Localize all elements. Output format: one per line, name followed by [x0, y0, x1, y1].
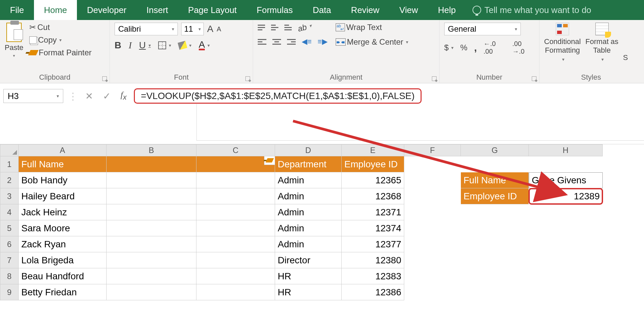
- cell-F8[interactable]: [404, 268, 461, 284]
- paste-button[interactable]: Paste ▾: [5, 23, 23, 58]
- cell-B1[interactable]: [107, 156, 196, 172]
- align-left-button[interactable]: [258, 39, 266, 45]
- cell-C8[interactable]: [196, 268, 275, 284]
- tab-formulas[interactable]: Formulas: [247, 0, 303, 20]
- cell-F1[interactable]: [404, 156, 461, 172]
- name-box[interactable]: H3▾: [3, 89, 63, 103]
- col-header-E[interactable]: E: [342, 144, 404, 156]
- align-center-button[interactable]: [272, 39, 281, 45]
- cell-C2[interactable]: [196, 172, 275, 188]
- cell-E5[interactable]: 12374: [342, 220, 404, 236]
- cell-G5[interactable]: [461, 220, 529, 236]
- cell-E2[interactable]: 12365: [342, 172, 404, 188]
- format-painter-button[interactable]: Format Painter: [29, 48, 92, 57]
- conditional-formatting-button[interactable]: Conditional Formatting: [544, 23, 581, 62]
- align-right-button[interactable]: [287, 39, 296, 45]
- cell-A9[interactable]: Betty Friedan: [19, 284, 107, 300]
- cell-C1[interactable]: [196, 156, 275, 172]
- percent-format-button[interactable]: %: [460, 43, 467, 52]
- bold-button[interactable]: B: [115, 40, 121, 51]
- cell-F9[interactable]: [404, 284, 461, 300]
- cell-G2[interactable]: Full Name: [461, 172, 529, 188]
- cell-D6[interactable]: Admin: [275, 236, 342, 252]
- cell-A5[interactable]: Sara Moore: [19, 220, 107, 236]
- align-bottom-button[interactable]: [284, 25, 292, 30]
- font-size-select[interactable]: 11▾: [181, 23, 204, 35]
- cell-E8[interactable]: 12383: [342, 268, 404, 284]
- tab-developer[interactable]: Developer: [77, 0, 137, 20]
- cell-A2[interactable]: Bob Handy: [19, 172, 107, 188]
- cell-D2[interactable]: Admin: [275, 172, 342, 188]
- cell-E1[interactable]: Employee ID: [342, 156, 404, 172]
- font-color-button[interactable]: A: [199, 40, 210, 50]
- row-header-3[interactable]: 3: [0, 188, 19, 204]
- wrap-text-button[interactable]: Wrap Text: [336, 23, 408, 32]
- merge-center-button[interactable]: Merge & Center: [336, 37, 408, 47]
- decrease-decimal-button[interactable]: .00 →.0: [512, 40, 534, 55]
- font-name-select[interactable]: Calibri▾: [115, 23, 178, 35]
- cell-D5[interactable]: Admin: [275, 220, 342, 236]
- col-header-D[interactable]: D: [275, 144, 342, 156]
- cell-G8[interactable]: [461, 268, 529, 284]
- cell-E6[interactable]: 12377: [342, 236, 404, 252]
- cell-F4[interactable]: [404, 204, 461, 220]
- cell-H6[interactable]: [529, 236, 603, 252]
- underline-button[interactable]: U: [139, 40, 151, 51]
- tab-page-layout[interactable]: Page Layout: [178, 0, 247, 20]
- cell-H8[interactable]: [529, 268, 603, 284]
- cell-H7[interactable]: [529, 252, 603, 268]
- cell-B4[interactable]: [107, 204, 196, 220]
- alignment-dialog-launcher[interactable]: [432, 76, 437, 81]
- row-header-7[interactable]: 7: [0, 252, 19, 268]
- cell-C5[interactable]: [196, 220, 275, 236]
- row-header-6[interactable]: 6: [0, 236, 19, 252]
- row-header-1[interactable]: 1: [0, 156, 19, 172]
- cell-E3[interactable]: 12368: [342, 188, 404, 204]
- cell-D3[interactable]: Admin: [275, 188, 342, 204]
- tab-help[interactable]: Help: [428, 0, 466, 20]
- align-middle-button[interactable]: [271, 25, 278, 30]
- col-header-A[interactable]: A: [19, 144, 107, 156]
- tab-review[interactable]: Review: [341, 0, 389, 20]
- cut-button[interactable]: ✂Cut: [29, 23, 92, 32]
- cell-F5[interactable]: [404, 220, 461, 236]
- cell-H3[interactable]: 12389: [529, 188, 603, 204]
- tab-home[interactable]: Home: [34, 0, 77, 20]
- cell-C7[interactable]: [196, 252, 275, 268]
- cell-E7[interactable]: 12380: [342, 252, 404, 268]
- cell-D4[interactable]: Admin: [275, 204, 342, 220]
- formula-input[interactable]: =VLOOKUP($H$2,$A$1:$E$25,MATCH(E1,$A$1:$…: [134, 88, 422, 104]
- cell-F6[interactable]: [404, 236, 461, 252]
- cell-B8[interactable]: [107, 268, 196, 284]
- tab-insert[interactable]: Insert: [137, 0, 178, 20]
- cell-F2[interactable]: [404, 172, 461, 188]
- clipboard-dialog-launcher[interactable]: [102, 76, 107, 81]
- cell-G6[interactable]: [461, 236, 529, 252]
- font-dialog-launcher[interactable]: [245, 76, 250, 81]
- tab-file[interactable]: File: [0, 0, 34, 20]
- cell-G1[interactable]: [461, 156, 529, 172]
- cell-B2[interactable]: [107, 172, 196, 188]
- cell-H5[interactable]: [529, 220, 603, 236]
- increase-indent-button[interactable]: ≡▶: [318, 37, 328, 46]
- align-top-button[interactable]: [258, 25, 265, 30]
- cell-G4[interactable]: [461, 204, 529, 220]
- format-painter-flyout[interactable]: [264, 156, 275, 165]
- cell-H4[interactable]: [529, 204, 603, 220]
- cell-F3[interactable]: [404, 188, 461, 204]
- increase-decimal-button[interactable]: ←.0 .00: [483, 40, 505, 55]
- cell-G9[interactable]: [461, 284, 529, 300]
- cell-A6[interactable]: Zack Ryan: [19, 236, 107, 252]
- enter-formula-button[interactable]: ✓: [100, 91, 113, 102]
- cell-A7[interactable]: Lola Brigeda: [19, 252, 107, 268]
- cell-A8[interactable]: Beau Handford: [19, 268, 107, 284]
- cell-D9[interactable]: HR: [275, 284, 342, 300]
- orientation-button[interactable]: ab: [297, 21, 313, 34]
- cell-C4[interactable]: [196, 204, 275, 220]
- insert-function-button[interactable]: fx: [118, 90, 129, 102]
- format-as-table-button[interactable]: Format as Table: [585, 23, 618, 62]
- cell-B5[interactable]: [107, 220, 196, 236]
- row-header-9[interactable]: 9: [0, 284, 19, 300]
- cell-C9[interactable]: [196, 284, 275, 300]
- decrease-font-button[interactable]: A: [217, 25, 221, 33]
